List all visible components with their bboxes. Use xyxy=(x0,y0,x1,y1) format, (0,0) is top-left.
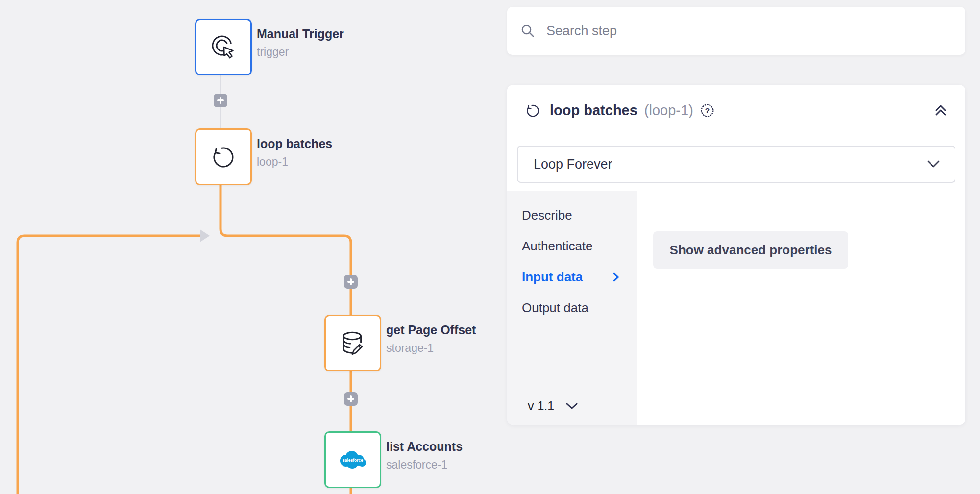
show-advanced-properties-button[interactable]: Show advanced properties xyxy=(653,231,848,269)
manual-trigger-icon xyxy=(210,33,237,61)
node-subtitle: salesforce-1 xyxy=(386,458,463,471)
add-step-button[interactable] xyxy=(344,392,358,406)
step-search-bar xyxy=(507,7,965,55)
node-loop-batches[interactable] xyxy=(195,128,252,185)
node-title: get Page Offset xyxy=(386,322,476,337)
salesforce-icon: salesforce xyxy=(337,447,369,472)
chevron-down-icon xyxy=(566,403,578,410)
loop-type-value: Loop Forever xyxy=(534,157,927,172)
node-subtitle: storage-1 xyxy=(386,342,476,355)
node-subtitle: trigger xyxy=(257,46,344,59)
node-title: loop batches xyxy=(257,136,332,151)
chevron-right-icon xyxy=(613,272,619,282)
panel-title: loop batches xyxy=(550,102,637,119)
collapse-icon[interactable] xyxy=(933,102,949,118)
panel-tab-column: Describe Authenticate Input data Output … xyxy=(507,191,637,425)
panel-body: Describe Authenticate Input data Output … xyxy=(507,191,965,425)
tab-input-data[interactable]: Input data xyxy=(507,262,637,293)
node-manual-trigger[interactable] xyxy=(195,19,252,75)
tab-authenticate[interactable]: Authenticate xyxy=(507,231,637,262)
svg-text:?: ? xyxy=(705,106,710,114)
panel-step-id: (loop-1) xyxy=(644,102,693,119)
connector-loop-to-storage xyxy=(220,181,351,316)
tab-output-data[interactable]: Output data xyxy=(507,293,637,323)
loopback-arrow-icon xyxy=(200,229,210,242)
node-get-page-offset[interactable] xyxy=(324,315,381,371)
svg-text:salesforce: salesforce xyxy=(343,458,363,463)
panel-header: loop batches (loop-1) ? xyxy=(507,85,965,136)
version-selector[interactable]: v 1.1 xyxy=(528,399,578,413)
search-icon xyxy=(521,24,535,38)
storage-edit-icon xyxy=(339,329,367,357)
input-data-content: Show advanced properties xyxy=(637,191,965,425)
node-title: list Accounts xyxy=(386,439,463,454)
node-subtitle: loop-1 xyxy=(257,155,332,169)
tab-describe[interactable]: Describe xyxy=(507,200,637,231)
help-icon[interactable]: ? xyxy=(700,103,714,118)
loop-icon xyxy=(525,102,541,119)
workflow-builder: Manual Trigger trigger loop batches loop… xyxy=(0,0,980,494)
loop-icon xyxy=(210,143,237,171)
version-label: v 1.1 xyxy=(528,399,554,413)
chevron-down-icon xyxy=(927,160,940,168)
search-input[interactable] xyxy=(545,23,952,39)
add-step-button[interactable] xyxy=(214,94,227,107)
step-properties-panel: loop batches (loop-1) ? Loop Forever xyxy=(507,85,965,425)
loop-type-dropdown[interactable]: Loop Forever xyxy=(517,146,956,183)
node-list-accounts[interactable]: salesforce xyxy=(324,431,381,488)
connector-loopback xyxy=(18,236,201,494)
node-title: Manual Trigger xyxy=(257,26,344,41)
add-step-button[interactable] xyxy=(344,275,358,289)
